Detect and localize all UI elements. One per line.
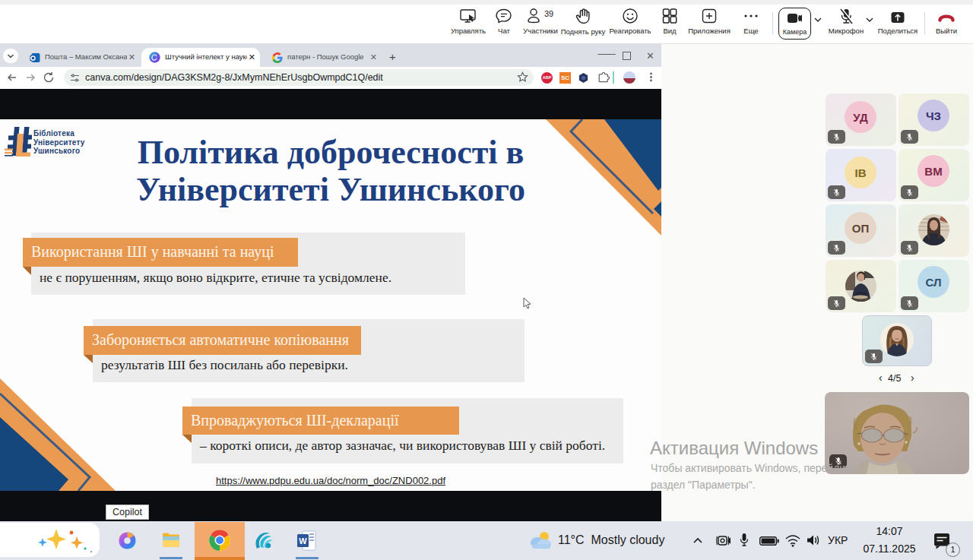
svg-text:39: 39 [544, 9, 553, 18]
svg-text:W: W [299, 536, 307, 546]
